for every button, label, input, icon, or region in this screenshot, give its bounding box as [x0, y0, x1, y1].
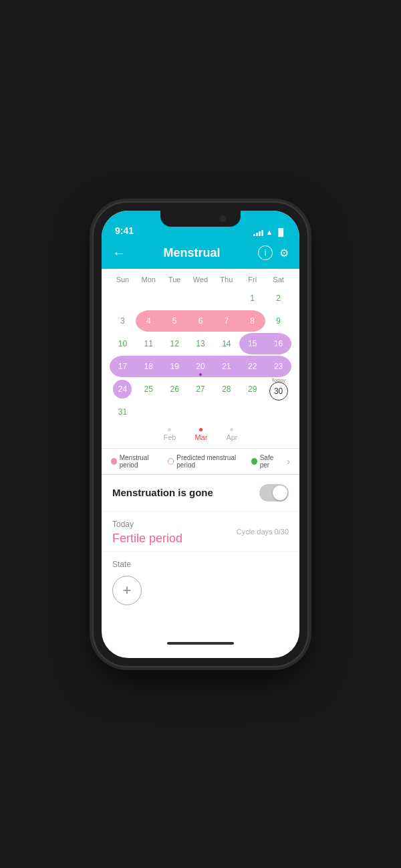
month-dot-mar	[199, 428, 203, 431]
cal-day-3[interactable]: 3	[110, 310, 136, 332]
cal-day-8[interactable]: 8	[239, 310, 265, 332]
cal-day-19[interactable]: 19	[162, 356, 188, 377]
cal-empty	[136, 288, 162, 309]
phone-screen: 9:41 ▲ ▐▌ ← Menstrual i ⚙	[102, 211, 299, 658]
legend-predicted: Predicted menstrual period	[168, 454, 246, 469]
cal-day-31[interactable]: 31	[110, 401, 136, 423]
month-dot-feb	[168, 428, 171, 431]
signal-icon	[253, 228, 263, 236]
month-dot-apr	[230, 428, 233, 431]
cal-day-17[interactable]: 17	[110, 356, 136, 377]
cal-day-30-today[interactable]: Today 30	[265, 378, 291, 400]
month-mar[interactable]: Mar	[194, 428, 207, 441]
month-navigation: Feb Mar Apr	[110, 423, 291, 445]
legend-dot-predicted	[168, 458, 174, 465]
month-feb[interactable]: Feb	[163, 428, 176, 441]
cycle-days: Cycle days 0/30	[237, 528, 289, 536]
cal-empty	[162, 401, 188, 423]
day-wed: Wed	[188, 274, 214, 285]
home-indicator	[167, 642, 234, 645]
state-heading: State	[112, 560, 289, 569]
calendar-section: Sun Mon Tue Wed Thu Fri Sat 1	[102, 269, 299, 448]
cal-empty	[265, 401, 291, 423]
day-thu: Thu	[213, 274, 239, 285]
cal-day-28[interactable]: 28	[213, 378, 239, 400]
day-sat: Sat	[265, 274, 291, 285]
cal-empty	[213, 401, 239, 423]
cal-day-23[interactable]: 23	[265, 356, 291, 377]
app-title: Menstrual	[163, 246, 220, 260]
cal-day-2[interactable]: 2	[265, 288, 291, 309]
legend-menstrual: Menstrual period	[111, 454, 162, 469]
toggle-section: Menstruation is gone	[102, 475, 299, 512]
settings-button[interactable]: ⚙	[279, 247, 289, 259]
back-button[interactable]: ←	[112, 245, 126, 261]
header-actions: i ⚙	[258, 245, 289, 260]
cal-day-12[interactable]: 12	[162, 333, 188, 354]
cal-empty	[213, 288, 239, 309]
cal-empty	[239, 401, 265, 423]
add-state-button[interactable]: +	[112, 576, 142, 605]
camera	[219, 215, 226, 222]
today-section: Today Fertile period Cycle days 0/30	[102, 512, 299, 552]
cal-day-11[interactable]: 11	[136, 333, 162, 354]
legend-row: Menstrual period Predicted menstrual per…	[102, 449, 299, 474]
day-fri: Fri	[239, 274, 265, 285]
calendar-grid: 1 2 3 4 5 6 7 8 9 10 11 12 13 14 15	[110, 288, 291, 423]
cal-day-13[interactable]: 13	[188, 333, 214, 354]
legend-dot-safe	[251, 458, 257, 465]
cal-day-27[interactable]: 27	[188, 378, 214, 400]
wifi-icon: ▲	[266, 228, 273, 236]
month-apr[interactable]: Apr	[226, 428, 237, 441]
day-mon: Mon	[136, 274, 162, 285]
cal-empty	[188, 288, 214, 309]
fertile-status: Fertile period	[112, 532, 182, 546]
cal-empty	[110, 288, 136, 309]
cal-day-18[interactable]: 18	[136, 356, 162, 377]
day-tue: Tue	[162, 274, 188, 285]
battery-icon: ▐▌	[275, 228, 286, 236]
day-headers: Sun Mon Tue Wed Thu Fri Sat	[110, 274, 291, 285]
cal-day-29[interactable]: 29	[239, 378, 265, 400]
cal-day-7[interactable]: 7	[213, 310, 239, 332]
cal-day-4[interactable]: 4	[136, 310, 162, 332]
cal-day-5[interactable]: 5	[162, 310, 188, 332]
main-content: Sun Mon Tue Wed Thu Fri Sat 1	[102, 269, 299, 658]
state-section: State +	[102, 552, 299, 613]
cal-day-21[interactable]: 21	[213, 356, 239, 377]
cal-empty	[188, 401, 214, 423]
legend-menstrual-label: Menstrual period	[120, 454, 163, 469]
legend-safe-label: Safe per	[260, 454, 282, 469]
cal-day-15[interactable]: 15	[239, 333, 265, 354]
toggle-label: Menstruation is gone	[112, 487, 213, 498]
notch	[160, 211, 241, 227]
cal-day-26[interactable]: 26	[162, 378, 188, 400]
legend-predicted-label: Predicted menstrual period	[176, 454, 246, 469]
cal-empty	[136, 401, 162, 423]
legend-dot-menstrual	[111, 458, 117, 465]
legend-safe: Safe per	[251, 454, 281, 469]
cal-day-6[interactable]: 6	[188, 310, 214, 332]
cal-day-1[interactable]: 1	[239, 288, 265, 309]
status-icons: ▲ ▐▌	[253, 228, 286, 236]
cal-empty	[162, 288, 188, 309]
status-time: 9:41	[115, 225, 134, 236]
phone-frame: 9:41 ▲ ▐▌ ← Menstrual i ⚙	[94, 203, 307, 666]
cal-day-10[interactable]: 10	[110, 333, 136, 354]
cal-day-24[interactable]: 24	[110, 378, 136, 400]
info-button[interactable]: i	[258, 245, 273, 260]
legend-chevron-icon[interactable]: ›	[287, 456, 290, 467]
cal-day-9[interactable]: 9	[265, 310, 291, 332]
cal-day-16[interactable]: 16	[265, 333, 291, 354]
cal-day-25[interactable]: 25	[136, 378, 162, 400]
cal-day-20[interactable]: 20	[188, 356, 214, 377]
day-sun: Sun	[110, 274, 136, 285]
app-header: ← Menstrual i ⚙	[102, 240, 299, 269]
cal-day-14[interactable]: 14	[213, 333, 239, 354]
cal-day-22[interactable]: 22	[239, 356, 265, 377]
menstruation-toggle[interactable]	[259, 484, 289, 502]
toggle-thumb	[273, 485, 287, 500]
